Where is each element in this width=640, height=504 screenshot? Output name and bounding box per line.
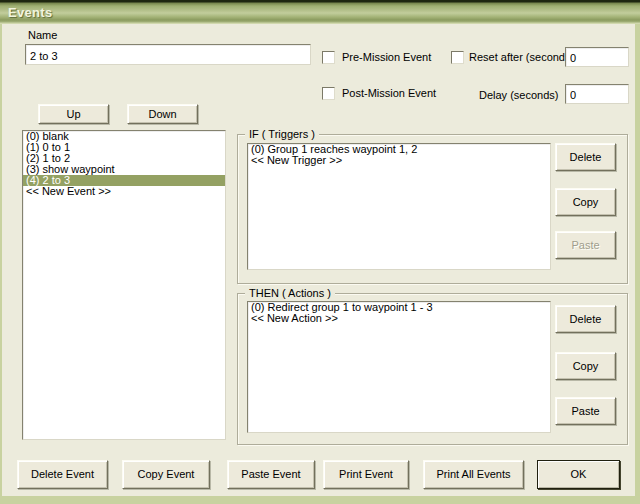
trigger-list-item-new[interactable]: << New Trigger >>: [248, 155, 550, 166]
pre-mission-label: Pre-Mission Event: [342, 51, 431, 64]
triggers-group-title: IF ( Triggers ): [245, 128, 319, 141]
event-listbox: (0) blank (1) 0 to 1 (2) 1 to 2 (3) show…: [22, 130, 226, 440]
action-copy-button[interactable]: Copy: [555, 352, 616, 380]
ok-button[interactable]: OK: [537, 460, 620, 489]
window-title: Events: [8, 5, 52, 20]
delete-event-button[interactable]: Delete Event: [17, 460, 108, 489]
action-paste-button[interactable]: Paste: [555, 397, 616, 425]
copy-event-button[interactable]: Copy Event: [122, 460, 210, 489]
trigger-delete-button[interactable]: Delete: [555, 143, 616, 171]
actions-group-title: THEN ( Actions ): [245, 287, 335, 300]
reset-after-checkbox[interactable]: [451, 51, 464, 64]
pre-mission-checkbox[interactable]: [322, 51, 335, 64]
action-delete-button[interactable]: Delete: [555, 305, 616, 333]
reset-after-input[interactable]: [565, 47, 629, 67]
action-list-item-new[interactable]: << New Action >>: [248, 313, 550, 324]
reset-after-label: Reset after (seconds): [469, 51, 574, 64]
delay-input[interactable]: [565, 84, 629, 104]
trigger-paste-button: Paste: [555, 231, 616, 259]
name-label: Name: [28, 29, 57, 42]
name-input[interactable]: [25, 44, 311, 65]
dialog-client-area: Name Pre-Mission Event Post-Mission Even…: [2, 24, 635, 496]
triggers-listbox: (0) Group 1 reaches waypoint 1, 2 << New…: [247, 143, 551, 270]
post-mission-label: Post-Mission Event: [342, 87, 436, 100]
event-list-item-new[interactable]: << New Event >>: [23, 186, 225, 197]
print-all-events-button[interactable]: Print All Events: [423, 460, 524, 489]
paste-event-button[interactable]: Paste Event: [227, 460, 315, 489]
print-event-button[interactable]: Print Event: [323, 460, 409, 489]
post-mission-checkbox[interactable]: [322, 87, 335, 100]
events-dialog: { "window": { "title": "Events" }, "name…: [0, 0, 640, 504]
up-button[interactable]: Up: [38, 104, 109, 124]
actions-listbox: (0) Redirect group 1 to waypoint 1 - 3 <…: [247, 301, 551, 433]
down-button[interactable]: Down: [127, 104, 198, 124]
delay-label: Delay (seconds): [479, 89, 558, 102]
title-bar[interactable]: Events: [0, 0, 640, 24]
trigger-copy-button[interactable]: Copy: [555, 188, 616, 216]
